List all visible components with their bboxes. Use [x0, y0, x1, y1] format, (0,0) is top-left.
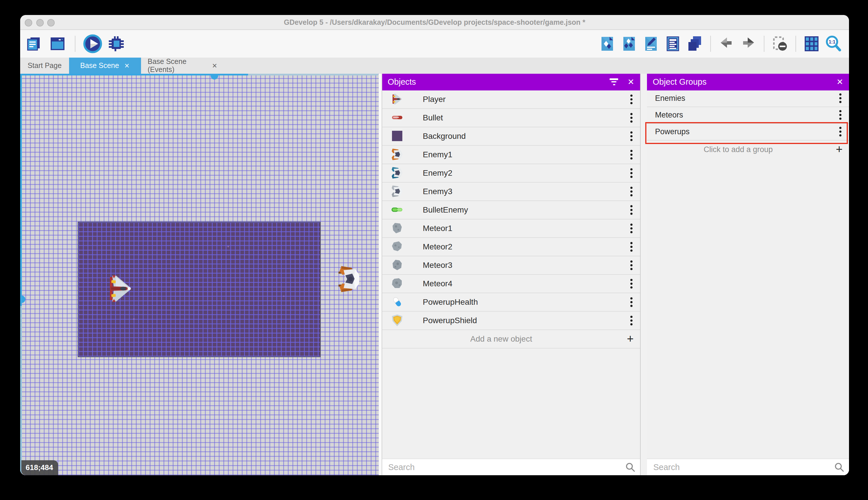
powerup-health-icon: [390, 296, 403, 308]
powerup-shield-icon: [390, 314, 403, 327]
toolbar-divider: [764, 36, 764, 52]
gdevelop-window: GDevelop 5 - /Users/dkarakay/Documents/G…: [20, 15, 849, 475]
object-menu-button[interactable]: [623, 260, 640, 270]
kebab-icon: [630, 131, 633, 141]
add-object-label: Add a new object: [382, 334, 621, 343]
tab-base-scene[interactable]: Base Scene ✕: [69, 58, 141, 74]
selection-top-handle[interactable]: [211, 74, 218, 79]
undo-button[interactable]: [718, 35, 735, 53]
debug-button[interactable]: [108, 35, 125, 53]
plus-icon[interactable]: +: [621, 332, 640, 345]
project-manager-icon: [25, 35, 43, 53]
add-group-row[interactable]: Click to add a group+: [647, 140, 849, 158]
objects-panel-title: Objects: [388, 78, 610, 87]
object-row-bullet[interactable]: Bullet: [382, 109, 640, 127]
redo-button[interactable]: [740, 35, 757, 53]
object-menu-button[interactable]: [623, 223, 640, 233]
object-row-meteor2[interactable]: Meteor2: [382, 238, 640, 256]
search-icon[interactable]: [621, 462, 640, 472]
object-row-poweruphealth[interactable]: PowerupHealth: [382, 293, 640, 311]
object-row-bulletenemy[interactable]: BulletEnemy: [382, 201, 640, 219]
object-row-meteor1[interactable]: Meteor1: [382, 219, 640, 238]
group-row-powerups[interactable]: Powerups: [647, 124, 849, 140]
project-manager-button[interactable]: [25, 35, 43, 53]
toggle-layers-panel-button[interactable]: [686, 35, 703, 53]
redo-icon: [740, 35, 757, 53]
object-row-powerupshield[interactable]: PowerupShield: [382, 311, 640, 330]
scene-canvas[interactable]: 618;484: [20, 74, 381, 475]
start-page-button[interactable]: [49, 35, 66, 53]
meteor1-icon: [390, 222, 403, 235]
kebab-icon: [630, 279, 633, 288]
toggle-window-mask-button[interactable]: [771, 35, 788, 53]
object-row-background[interactable]: Background: [382, 127, 640, 146]
object-row-enemy3[interactable]: Enemy3: [382, 182, 640, 201]
object-row-meteor4[interactable]: Meteor4: [382, 274, 640, 293]
kebab-icon: [839, 127, 842, 137]
toggle-objects-panel-button[interactable]: [599, 35, 616, 53]
toggle-properties-panel-button[interactable]: [642, 35, 660, 53]
search-icon[interactable]: [830, 462, 849, 472]
object-groups-panel: Object Groups ✕ Enemies Meteors Powerups…: [647, 74, 849, 475]
group-row-enemies[interactable]: Enemies: [647, 90, 849, 107]
object-row-enemy2[interactable]: Enemy2: [382, 164, 640, 182]
groups-icon: [621, 35, 638, 53]
groups-search-input[interactable]: [647, 462, 830, 472]
group-menu-button[interactable]: [832, 110, 849, 120]
toggle-grid-button[interactable]: [803, 35, 820, 53]
screen: GDevelop 5 - /Users/dkarakay/Documents/G…: [0, 0, 868, 500]
group-menu-button[interactable]: [832, 93, 849, 103]
toolbar-divider: [75, 36, 75, 52]
enemy-instance[interactable]: [338, 265, 361, 293]
cursor-coordinates-badge: 618;484: [21, 460, 58, 475]
grid-icon: [803, 35, 820, 53]
background-icon: [390, 129, 403, 142]
plus-icon[interactable]: +: [830, 143, 849, 156]
object-menu-button[interactable]: [623, 279, 640, 288]
object-menu-button[interactable]: [623, 168, 640, 178]
object-groups-panel-title: Object Groups: [653, 78, 837, 87]
object-row-meteor3[interactable]: Meteor3: [382, 256, 640, 274]
toggle-instances-list-button[interactable]: [664, 35, 681, 53]
panel-divider[interactable]: [640, 74, 647, 475]
enemy2-icon: [390, 167, 403, 179]
group-row-meteors[interactable]: Meteors: [647, 107, 849, 124]
tab-start-page[interactable]: Start Page: [20, 58, 69, 74]
player-icon: [390, 93, 403, 105]
object-menu-button[interactable]: [623, 315, 640, 325]
kebab-icon: [630, 260, 633, 270]
object-menu-button[interactable]: [623, 297, 640, 307]
filter-icon[interactable]: [610, 79, 619, 85]
kebab-icon: [630, 242, 633, 251]
kebab-icon: [630, 223, 633, 233]
object-groups-panel-header: Object Groups ✕: [647, 74, 849, 90]
object-groups-list: Enemies Meteors Powerups Click to add a …: [647, 90, 849, 158]
object-menu-button[interactable]: [623, 149, 640, 159]
zoom-1-1-icon: 1:1: [825, 35, 842, 53]
kebab-icon: [630, 149, 633, 159]
object-menu-button[interactable]: [623, 131, 640, 141]
tab-close-icon[interactable]: ✕: [124, 62, 129, 69]
object-menu-button[interactable]: [623, 94, 640, 104]
zoom-original-button[interactable]: 1:1: [825, 35, 842, 53]
object-menu-button[interactable]: [623, 242, 640, 251]
objects-search-input[interactable]: [382, 462, 621, 472]
open-window-icon: [49, 35, 66, 53]
preview-button[interactable]: [84, 35, 101, 53]
svg-text:1:1: 1:1: [829, 39, 835, 44]
player-instance[interactable]: [108, 274, 131, 303]
content-area: 618;484 Objects ✕ Player Bullet: [20, 74, 849, 475]
object-menu-button[interactable]: [623, 205, 640, 215]
object-menu-button[interactable]: [623, 186, 640, 196]
close-icon[interactable]: ✕: [837, 78, 843, 86]
group-menu-button[interactable]: [832, 127, 849, 137]
toggle-object-groups-panel-button[interactable]: [621, 35, 638, 53]
object-row-enemy1[interactable]: Enemy1: [382, 146, 640, 164]
kebab-icon: [630, 94, 633, 104]
tab-close-icon[interactable]: ✕: [212, 62, 217, 69]
tab-base-scene-events[interactable]: Base Scene (Events) ✕: [141, 58, 224, 74]
object-row-player[interactable]: Player: [382, 90, 640, 109]
add-object-row[interactable]: Add a new object+: [382, 330, 640, 348]
close-icon[interactable]: ✕: [628, 78, 634, 86]
object-menu-button[interactable]: [623, 113, 640, 122]
